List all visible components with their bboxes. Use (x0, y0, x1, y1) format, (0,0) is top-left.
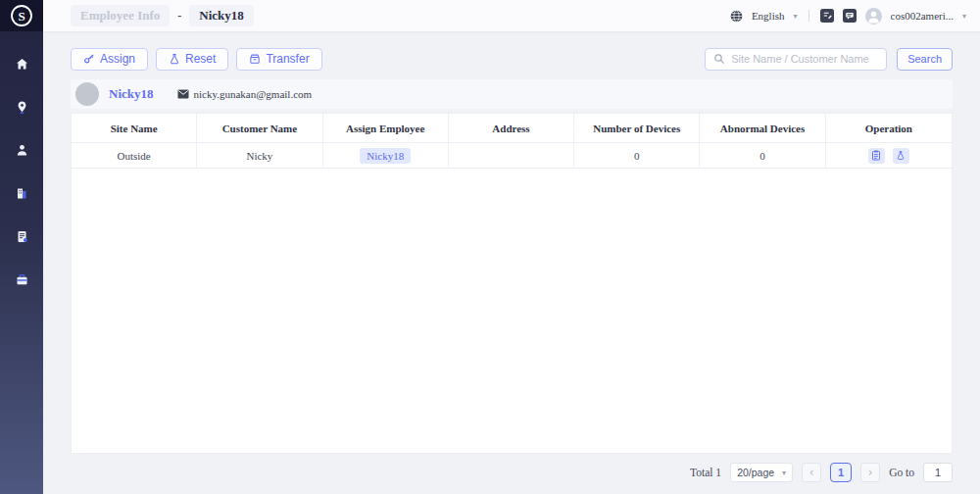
col-number-of-devices: Number of Devices (574, 114, 700, 143)
cell-site-name: Outside (72, 143, 197, 169)
sidebar-nav (0, 31, 43, 290)
location-icon (15, 100, 29, 115)
employee-table: Site Name Customer Name Assign Employee … (71, 113, 953, 454)
envelope-icon (177, 89, 189, 99)
language-caret-icon[interactable]: ▾ (794, 12, 798, 21)
goto-label: Go to (889, 467, 914, 478)
transfer-box-icon (249, 53, 261, 65)
cell-number-of-devices: 0 (574, 143, 700, 169)
assign-button[interactable]: Assign (71, 48, 148, 71)
account-name[interactable]: cos002ameri... (891, 10, 954, 22)
reset-flask-icon (169, 53, 180, 65)
employee-email: nicky.gunakan@gmail.com (177, 88, 313, 100)
sidebar-item-toolbox[interactable] (8, 269, 35, 290)
transfer-button-label: Transfer (266, 52, 309, 66)
search-input[interactable] (731, 53, 878, 65)
breadcrumb: Employee Info - Nicky18 (71, 5, 254, 26)
employee-avatar (75, 82, 99, 106)
page-size-caret-icon: ▾ (782, 469, 786, 477)
account-avatar[interactable] (865, 8, 882, 25)
employee-summary: Nicky18 nicky.gunakan@gmail.com (71, 79, 953, 109)
cell-operation (826, 143, 952, 169)
globe-icon (730, 10, 743, 23)
col-site-name: Site Name (72, 114, 197, 143)
pagination-total: Total 1 (690, 467, 721, 478)
col-assign-employee: Assign Employee (323, 114, 449, 143)
message-icon[interactable] (843, 9, 857, 23)
breadcrumb-separator: - (177, 9, 181, 24)
employee-name[interactable]: Nicky18 (109, 86, 154, 102)
cell-customer-name: Nicky (197, 143, 322, 169)
toolbox-icon (15, 272, 29, 287)
col-operation: Operation (826, 114, 952, 143)
cell-address (449, 143, 574, 169)
flask-icon (896, 150, 906, 161)
sidebar-item-location[interactable] (8, 96, 35, 118)
search-icon (713, 53, 725, 65)
pagination: Total 1 20/page ▾ ‹ 1 › Go to (71, 463, 953, 482)
main-content: Assign Reset Transfer (43, 31, 980, 494)
operation-reset-button[interactable] (893, 148, 909, 164)
cell-abnormal-devices: 0 (700, 143, 825, 169)
action-buttons: Assign Reset Transfer (71, 48, 322, 71)
prev-page-button[interactable]: ‹ (802, 463, 821, 482)
reset-button[interactable]: Reset (156, 48, 228, 71)
home-icon (15, 57, 29, 72)
search-area: Search (705, 48, 953, 71)
svg-text:S: S (18, 9, 24, 24)
account-caret-icon[interactable]: ▾ (962, 12, 966, 21)
next-page-button[interactable]: › (860, 463, 880, 482)
search-button[interactable]: Search (897, 48, 953, 71)
col-abnormal-devices: Abnormal Devices (700, 114, 825, 143)
building-icon (15, 186, 29, 201)
current-page-button[interactable]: 1 (830, 463, 852, 482)
sidebar-item-sites[interactable] (8, 182, 35, 204)
app-logo[interactable]: S (0, 0, 43, 31)
sidebar-item-home[interactable] (8, 53, 35, 74)
reset-button-label: Reset (185, 52, 216, 66)
sidebar: S (0, 0, 43, 494)
document-icon (15, 229, 29, 244)
language-selector[interactable]: English (752, 10, 785, 22)
user-icon (15, 143, 29, 158)
page-size-value: 20/page (737, 467, 774, 478)
topbar: Employee Info - Nicky18 English ▾ (43, 0, 980, 31)
logo-icon: S (10, 4, 33, 27)
col-customer-name: Customer Name (197, 114, 322, 143)
cell-assign-employee: Nicky18 (323, 143, 449, 169)
table-header-row: Site Name Customer Name Assign Employee … (72, 114, 952, 143)
employee-email-text: nicky.gunakan@gmail.com (194, 88, 313, 100)
col-address: Address (449, 114, 574, 143)
assign-icon (83, 53, 95, 65)
search-box (705, 48, 887, 71)
table-row: Outside Nicky Nicky18 0 0 (72, 143, 952, 169)
assign-employee-tag[interactable]: Nicky18 (360, 148, 411, 164)
audit-log-icon[interactable] (820, 9, 834, 23)
breadcrumb-section[interactable]: Employee Info (71, 5, 170, 26)
transfer-button[interactable]: Transfer (236, 48, 321, 71)
assign-button-label: Assign (100, 52, 135, 66)
avatar-person-icon (865, 8, 882, 25)
sidebar-item-employees[interactable] (8, 139, 35, 161)
breadcrumb-page: Nicky18 (189, 5, 254, 26)
operation-device-list-button[interactable] (868, 148, 885, 164)
page-size-select[interactable]: 20/page ▾ (730, 463, 793, 482)
clipboard-icon (871, 150, 881, 161)
sidebar-item-records[interactable] (8, 225, 35, 247)
goto-page-input[interactable] (923, 463, 953, 482)
topbar-actions: English ▾ cos002ameri... ▾ (730, 8, 966, 25)
toolbar: Assign Reset Transfer (71, 47, 953, 71)
topbar-divider (808, 10, 809, 22)
